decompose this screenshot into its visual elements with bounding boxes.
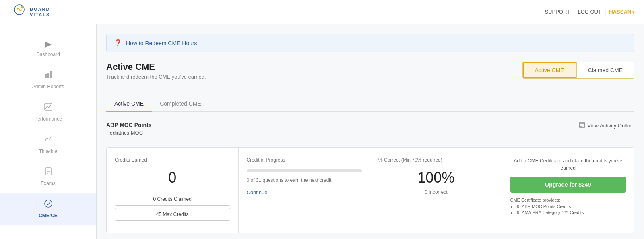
sub-tabs: Active CME Completed CME [106,96,634,112]
section-subtitle: Pediatrics MOC [106,130,152,136]
help-icon: ❓ [114,39,122,47]
card-pct-correct: % Correct (Min 70% required) 100% 0 Inco… [370,148,502,233]
cards-row: Credits Earned 0 0 Credits Claimed 45 Ma… [106,147,634,233]
logo: BOARD VITALS [10,4,50,20]
card-credits-earned-value: 0 [115,169,230,186]
card-credits-earned: Credits Earned 0 0 Credits Claimed 45 Ma… [107,148,239,233]
username-dropdown[interactable]: HASSAN [609,9,634,15]
upgrade-provides-item-1: 45 ABP MOC Points Credits [516,204,626,209]
page-title: Active CME [106,62,206,72]
upgrade-provides-item-2: 45 AMA PRA Category 1™ Credits [516,210,626,215]
section-header-row: ABP MOC Points Pediatrics MOC View Activ… [106,122,634,141]
view-activity-label: View Activity Outline [587,123,634,129]
sidebar-label-admin-reports: Admin Reports [32,84,64,89]
sidebar-label-timeline: Timeline [39,148,57,154]
upgrade-button[interactable]: Upgrade for $249 [510,177,626,193]
tab-active-cme[interactable]: Active CME [106,96,152,112]
pct-value: 100% [378,169,494,186]
card-upgrade: Add a CME Certificate and claim the cred… [502,148,634,233]
svg-rect-4 [50,71,52,78]
exams-icon [44,167,53,178]
progress-bar-track [247,169,362,172]
cme-ce-icon [44,199,53,210]
sidebar-label-cme-ce: CME/CE [39,213,58,218]
sidebar-item-cme-ce[interactable]: CME/CE [0,193,96,225]
svg-rect-6 [45,168,51,175]
upgrade-provides-label: CME Certificate provides: [510,197,626,202]
pct-sub: 0 Incorrect [378,189,494,195]
document-icon [579,122,585,129]
sidebar: ▶ Dashboard Admin Reports Performance Ti… [0,24,97,239]
admin-reports-icon [44,70,53,81]
progress-text: 0 of 31 questions to earn the next credi… [247,177,362,183]
section-title: ABP MOC Points [106,122,152,128]
logout-link[interactable]: LOG OUT [578,9,601,15]
card-pct-label: % Correct (Min 70% required) [378,157,494,163]
timeline-icon [44,135,53,146]
sidebar-label-exams: Exams [41,181,56,186]
support-link[interactable]: SUPPORT [545,9,570,15]
logo-icon [10,4,29,20]
upgrade-provides: CME Certificate provides: 45 ABP MOC Poi… [510,197,626,215]
main-content: ❓ How to Redeem CME Hours Active CME Tra… [97,24,644,239]
svg-rect-3 [47,73,49,78]
upgrade-provides-list: 45 ABP MOC Points Credits 45 AMA PRA Cat… [510,204,626,215]
sidebar-item-dashboard[interactable]: ▶ Dashboard [0,32,96,64]
redeem-banner-text: How to Redeem CME Hours [126,40,197,46]
section-title-block: ABP MOC Points Pediatrics MOC [106,122,152,141]
top-nav-actions: SUPPORT | LOG OUT | HASSAN [545,9,634,15]
toggle-active-cme[interactable]: Active CME [523,62,576,78]
upgrade-text: Add a CME Certificate and claim the cred… [510,157,626,172]
toggle-claimed-cme[interactable]: Claimed CME [576,62,634,78]
svg-point-1 [21,6,24,8]
max-credits-btn[interactable]: 45 Max Credits [115,208,230,221]
card-credit-in-progress: Credit in Progress 0 of 31 questions to … [239,148,371,233]
svg-rect-2 [45,74,47,78]
card-progress-label: Credit in Progress [247,157,362,163]
sidebar-item-admin-reports[interactable]: Admin Reports [0,64,96,96]
dashboard-icon: ▶ [45,39,52,49]
card-credits-earned-label: Credits Earned [115,157,230,163]
page-subtitle: Track and redeem the CME you've earned. [106,74,206,80]
sidebar-item-exams[interactable]: Exams [0,160,96,193]
view-activity-outline-link[interactable]: View Activity Outline [579,122,634,129]
main-layout: ▶ Dashboard Admin Reports Performance Ti… [0,24,644,239]
header-divider [106,88,634,88]
page-title-block: Active CME Track and redeem the CME you'… [106,62,206,80]
nav-divider1: | [573,9,574,15]
nav-divider2: | [605,9,606,15]
performance-icon [44,102,53,114]
tab-completed-cme[interactable]: Completed CME [152,96,209,112]
svg-rect-5 [45,103,52,110]
sidebar-label-dashboard: Dashboard [36,52,60,57]
logo-text: BOARD VITALS [30,7,50,17]
top-nav: BOARD VITALS SUPPORT | LOG OUT | HASSAN [0,0,644,24]
sidebar-label-performance: Performance [34,116,62,122]
toggle-buttons: Active CME Claimed CME [522,62,634,79]
svg-point-10 [45,200,52,207]
page-header-row: Active CME Track and redeem the CME you'… [106,62,634,80]
credits-claimed-btn[interactable]: 0 Credits Claimed [115,193,230,206]
sidebar-item-performance[interactable]: Performance [0,96,96,128]
sidebar-item-timeline[interactable]: Timeline [0,128,96,160]
continue-link[interactable]: Continue [247,189,362,195]
progress-bar-container [247,169,362,172]
redeem-banner[interactable]: ❓ How to Redeem CME Hours [106,34,634,52]
